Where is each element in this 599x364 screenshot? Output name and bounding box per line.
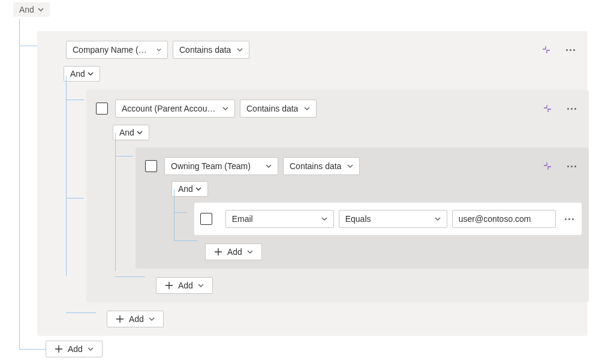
connector — [19, 46, 37, 46]
chevron-down-icon — [137, 130, 143, 136]
group1-entity-label: Company Name (Accou… — [73, 45, 150, 55]
group3: Owning Team (Team) Contains data — [136, 148, 589, 269]
group2: Account (Parent Account) Contains data — [86, 90, 589, 302]
group3-condition-label: Contains data — [290, 161, 341, 171]
collapse-icon[interactable] — [541, 160, 554, 173]
connector — [66, 76, 67, 276]
condition-row: Email Equals user@contoso.com — [194, 203, 582, 235]
root-add-label: Add — [68, 344, 83, 354]
group1-operator[interactable]: And — [64, 66, 100, 82]
group3-condition-select[interactable]: Contains data — [283, 157, 360, 175]
group1-add-label: Add — [129, 314, 144, 324]
group3-checkbox[interactable] — [145, 160, 157, 172]
group1-add-button[interactable]: Add — [107, 311, 164, 327]
chevron-down-icon — [304, 106, 310, 112]
chevron-down-icon — [222, 106, 228, 112]
group1-operator-label: And — [70, 69, 85, 79]
chevron-down-icon — [321, 216, 327, 222]
connector — [174, 240, 198, 241]
group3-entity-select[interactable]: Owning Team (Team) — [164, 157, 278, 175]
condition-field-label: Email — [232, 214, 253, 224]
group3-actions — [541, 160, 582, 173]
connector — [66, 100, 84, 100]
condition-checkbox[interactable] — [200, 213, 212, 225]
more-icon[interactable] — [565, 102, 578, 115]
more-icon[interactable] — [564, 43, 577, 56]
chevron-down-icon — [198, 282, 204, 288]
group1: Company Name (Accou… Contains data And — [37, 31, 588, 336]
group2-condition-select[interactable]: Contains data — [240, 100, 317, 118]
group2-operator-label: And — [119, 128, 134, 137]
group3-operator-label: And — [178, 184, 193, 194]
condition-field-select[interactable]: Email — [225, 210, 334, 228]
condition-operator-select[interactable]: Equals — [339, 210, 447, 228]
group3-add-button[interactable]: Add — [205, 243, 262, 260]
connector — [115, 133, 116, 271]
more-icon[interactable] — [563, 212, 576, 225]
connector — [66, 198, 84, 198]
group2-checkbox[interactable] — [96, 103, 108, 115]
group2-condition-label: Contains data — [246, 104, 298, 113]
condition-value-input[interactable]: user@contoso.com — [452, 210, 556, 228]
chevron-down-icon — [195, 186, 201, 192]
group1-actions — [540, 43, 580, 56]
chevron-down-icon — [156, 47, 161, 53]
root-operator-label: And — [19, 5, 34, 14]
plus-icon — [55, 345, 63, 353]
connector — [115, 156, 133, 157]
chevron-down-icon — [435, 216, 441, 222]
chevron-down-icon — [266, 163, 272, 169]
filter-builder: And Company Name (Accou… Contains data — [0, 0, 599, 364]
plus-icon — [165, 281, 173, 290]
chevron-down-icon — [347, 163, 353, 169]
group2-entity-label: Account (Parent Account) — [122, 104, 216, 113]
collapse-icon[interactable] — [540, 43, 553, 56]
collapse-icon[interactable] — [541, 102, 554, 115]
group2-header: Account (Parent Account) Contains data — [94, 100, 582, 118]
condition-value-text: user@contoso.com — [459, 214, 531, 224]
root-operator[interactable]: And — [13, 2, 50, 17]
chevron-down-icon — [247, 249, 253, 255]
group2-add-label: Add — [178, 281, 193, 290]
group1-condition-label: Contains data — [179, 45, 231, 55]
chevron-down-icon — [149, 316, 155, 322]
group3-operator[interactable]: And — [171, 181, 208, 197]
more-icon[interactable] — [565, 160, 578, 173]
chevron-down-icon — [38, 7, 44, 13]
condition-operator-label: Equals — [345, 214, 371, 224]
group3-add-label: Add — [227, 247, 242, 257]
group2-entity-select[interactable]: Account (Parent Account) — [115, 100, 235, 118]
group3-header: Owning Team (Team) Contains data — [143, 157, 582, 175]
chevron-down-icon — [88, 346, 94, 352]
group2-operator[interactable]: And — [113, 125, 149, 140]
plus-icon — [214, 248, 222, 256]
group2-add-button[interactable]: Add — [156, 277, 213, 294]
chevron-down-icon — [88, 71, 94, 77]
chevron-down-icon — [237, 47, 243, 53]
group1-condition-select[interactable]: Contains data — [173, 41, 249, 59]
connector — [19, 349, 46, 350]
group1-header: Company Name (Accou… Contains data — [44, 41, 580, 59]
connector — [19, 181, 20, 349]
connector — [19, 19, 20, 181]
group1-entity-select[interactable]: Company Name (Accou… — [66, 41, 168, 59]
group3-entity-label: Owning Team (Team) — [171, 161, 251, 171]
connector — [115, 276, 145, 277]
root-add-button[interactable]: Add — [46, 341, 103, 357]
plus-icon — [116, 315, 124, 323]
connector — [174, 189, 174, 241]
connector — [66, 312, 96, 313]
connector — [174, 212, 187, 213]
group2-actions — [541, 102, 582, 115]
